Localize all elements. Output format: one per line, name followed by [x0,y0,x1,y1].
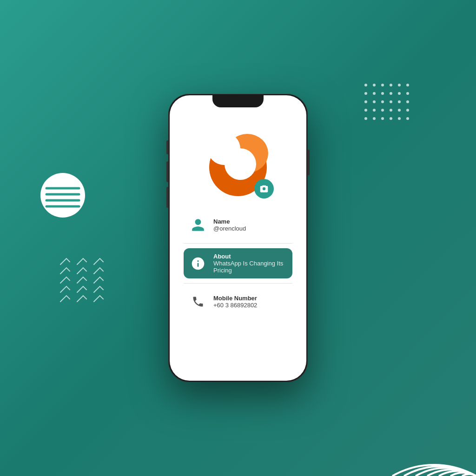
phone-mockup: Name @orencloud About [168,94,308,382]
mobile-text: Mobile Number +60 3 86892802 [213,295,257,309]
chevron-icon [93,286,104,297]
svg-point-11 [208,132,240,165]
chevron-row [60,298,103,303]
chevron-icon [77,258,87,269]
name-value: @orencloud [213,225,246,232]
semicircle-decoration [40,172,86,218]
phone-notch [212,95,264,107]
phone-screen: Name @orencloud About [170,95,306,381]
chevron-row [60,288,103,294]
about-row: About WhatsApp Is Changing Its Pricing [184,248,292,278]
chevron-icon [93,277,104,287]
info-icon [189,255,207,272]
chevron-icon [60,267,71,278]
chevron-row [60,260,103,266]
row-divider [184,243,292,244]
phone-frame: Name @orencloud About [168,94,308,382]
profile-image-wrap [198,123,278,202]
about-text: About WhatsApp Is Changing Its Pricing [213,253,287,274]
mobile-label: Mobile Number [213,295,257,302]
about-value: WhatsApp Is Changing Its Pricing [213,260,287,274]
chevron-icon [60,286,71,297]
chevron-row [60,279,103,284]
chevron-icon [60,258,71,269]
chevron-icon [93,258,104,269]
phone-volume-down-button [166,187,168,208]
phone-mute-button [166,140,168,154]
chevrons-decoration [60,260,103,303]
chevron-icon [77,267,87,278]
phone-power-button [308,150,310,175]
camera-badge[interactable] [254,179,274,198]
name-row: Name @orencloud [184,212,292,238]
chevron-icon [60,295,71,306]
mobile-row: Mobile Number +60 3 86892802 [184,288,292,315]
arcs-decoration [374,374,476,476]
chevron-icon [77,277,87,287]
name-label: Name [213,218,246,225]
person-icon [189,216,207,234]
chevron-icon [77,286,87,297]
chevron-icon [93,295,104,306]
phone-volume-up-button [166,161,168,182]
dot-grid-decoration: const dg = document.querySelector('.dot-… [364,84,411,122]
about-label: About [213,253,287,260]
screen-content: Name @orencloud About [170,95,306,381]
profile-rows: Name @orencloud About [179,212,297,315]
chevron-icon [77,295,87,306]
chevron-icon [60,277,71,287]
chevron-icon [93,267,104,278]
chevron-row [60,270,103,275]
row-divider [184,283,292,284]
phone-icon [189,293,207,311]
name-text: Name @orencloud [213,218,246,232]
mobile-value: +60 3 86892802 [213,302,257,309]
